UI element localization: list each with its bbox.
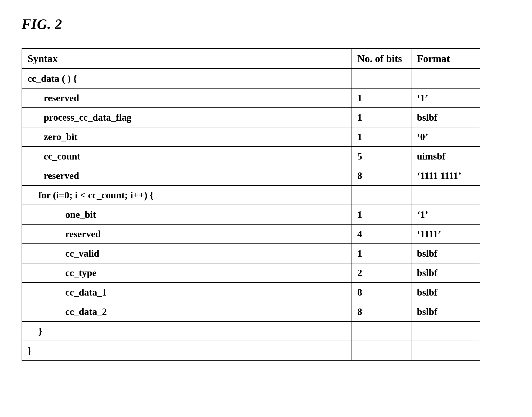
header-bits: No. of bits <box>352 49 411 69</box>
table-row: cc_data ( ) { <box>22 69 480 89</box>
format-cell: uimsbf <box>411 147 480 166</box>
bits-cell: 1 <box>352 205 411 224</box>
syntax-cell: } <box>22 321 352 341</box>
table-row: reserved8‘1111 1111’ <box>22 166 480 185</box>
format-cell: bslbf <box>411 263 480 283</box>
bits-cell: 5 <box>352 147 411 166</box>
bits-cell <box>352 341 411 360</box>
syntax-cell: reserved <box>22 224 352 244</box>
bits-cell <box>352 69 411 89</box>
syntax-cell: reserved <box>22 166 352 185</box>
format-cell: ‘0’ <box>411 127 480 147</box>
syntax-cell: cc_data ( ) { <box>22 69 352 89</box>
format-cell: bslbf <box>411 302 480 321</box>
bits-cell: 1 <box>352 108 411 127</box>
syntax-cell: cc_type <box>22 263 352 283</box>
format-cell: bslbf <box>411 244 480 263</box>
header-format: Format <box>411 49 480 69</box>
bits-cell: 4 <box>352 224 411 244</box>
table-row: } <box>22 321 480 341</box>
main-table-container: Syntax No. of bits Format cc_data ( ) {r… <box>22 48 480 361</box>
syntax-cell: process_cc_data_flag <box>22 108 352 127</box>
bits-cell: 8 <box>352 283 411 302</box>
bits-cell: 8 <box>352 166 411 185</box>
table-row: for (i=0; i < cc_count; i++) { <box>22 185 480 205</box>
format-cell <box>411 69 480 89</box>
format-cell <box>411 185 480 205</box>
bits-cell <box>352 321 411 341</box>
format-cell <box>411 341 480 360</box>
table-header-row: Syntax No. of bits Format <box>22 49 480 69</box>
syntax-cell: one_bit <box>22 205 352 224</box>
bits-cell: 1 <box>352 244 411 263</box>
format-cell <box>411 321 480 341</box>
format-cell: ‘1111 1111’ <box>411 166 480 185</box>
table-row: one_bit1‘1’ <box>22 205 480 224</box>
header-syntax: Syntax <box>22 49 352 69</box>
table-row: cc_data_18bslbf <box>22 283 480 302</box>
table-row: cc_data_28bslbf <box>22 302 480 321</box>
syntax-cell: zero_bit <box>22 127 352 147</box>
table-row: } <box>22 341 480 360</box>
bits-cell: 1 <box>352 127 411 147</box>
bits-cell: 1 <box>352 88 411 108</box>
table-row: reserved4‘1111’ <box>22 224 480 244</box>
syntax-cell: cc_data_2 <box>22 302 352 321</box>
table-row: cc_valid1bslbf <box>22 244 480 263</box>
table-row: reserved1‘1’ <box>22 88 480 108</box>
format-cell: ‘1111’ <box>411 224 480 244</box>
bits-cell <box>352 185 411 205</box>
format-cell: ‘1’ <box>411 88 480 108</box>
syntax-cell: } <box>22 341 352 360</box>
bits-cell: 8 <box>352 302 411 321</box>
syntax-cell: cc_valid <box>22 244 352 263</box>
table-row: process_cc_data_flag1bslbf <box>22 108 480 127</box>
syntax-cell: cc_count <box>22 147 352 166</box>
syntax-cell: reserved <box>22 88 352 108</box>
table-row: cc_count5uimsbf <box>22 147 480 166</box>
bits-cell: 2 <box>352 263 411 283</box>
format-cell: ‘1’ <box>411 205 480 224</box>
figure-title: FIG. 2 <box>22 16 510 32</box>
table-row: zero_bit1‘0’ <box>22 127 480 147</box>
syntax-cell: cc_data_1 <box>22 283 352 302</box>
syntax-table: Syntax No. of bits Format cc_data ( ) {r… <box>22 48 480 361</box>
table-row: cc_type2bslbf <box>22 263 480 283</box>
syntax-cell: for (i=0; i < cc_count; i++) { <box>22 185 352 205</box>
format-cell: bslbf <box>411 283 480 302</box>
format-cell: bslbf <box>411 108 480 127</box>
